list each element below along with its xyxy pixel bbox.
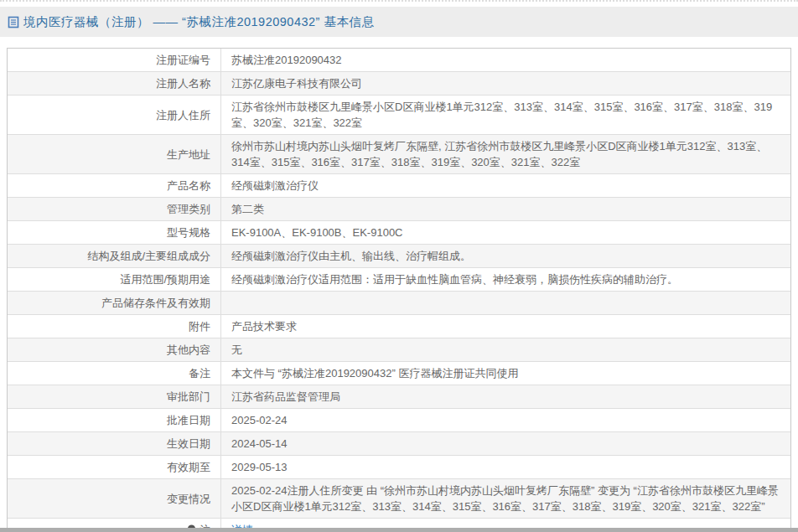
row-value-text: 江苏省徐州市鼓楼区九里峰景小区D区商业楼1单元312室、313室、314室、31… <box>231 99 780 131</box>
top-dotted-strip <box>0 0 798 7</box>
row-label: 批准日期 <box>8 409 221 431</box>
row-value-text: 2025-02-24 <box>231 412 288 428</box>
row-label-text: 生产地址 <box>167 147 210 163</box>
table-row: 注册证编号苏械注准20192090432 <box>8 49 790 72</box>
row-value-text: 经颅磁刺激治疗仪适用范围：适用于缺血性脑血管病、神经衰弱，脑损伤性疾病的辅助治疗… <box>231 271 678 287</box>
table-row: 适用范围/预期用途经颅磁刺激治疗仪适用范围：适用于缺血性脑血管病、神经衰弱，脑损… <box>8 268 790 292</box>
row-value-text: EK-9100A、EK-9100B、EK-9100C <box>231 225 403 240</box>
row-value-text: 无 <box>231 342 242 358</box>
row-value: EK-9100A、EK-9100B、EK-9100C <box>221 221 790 244</box>
row-label: 产品名称 <box>8 174 221 197</box>
table-row: 注册人住所江苏省徐州市鼓楼区九里峰景小区D区商业楼1单元312室、313室、31… <box>8 96 790 135</box>
row-label: 管理类别 <box>8 198 221 220</box>
row-label-text: 结构及组成/主要组成成分 <box>87 248 210 264</box>
row-label-text: 其他内容 <box>167 342 210 358</box>
table-row: 有效期至2029-05-13 <box>8 456 790 479</box>
row-label: 注册人住所 <box>8 96 221 134</box>
row-label: 产品储存条件及有效期 <box>8 292 221 314</box>
row-label: 备注 <box>8 362 221 385</box>
table-row: 批准日期2025-02-24 <box>8 409 790 432</box>
title-bar: 境内医疗器械（注册） —— “苏械注准20192090432” 基本信息 <box>0 7 798 37</box>
row-label: 型号规格 <box>8 221 221 244</box>
title-table-gap <box>0 37 798 48</box>
table-row: 注册人名称江苏亿康电子科技有限公司 <box>8 72 790 96</box>
row-label-text: 变更情况 <box>167 491 210 507</box>
row-value-text: 经颅磁刺激治疗仪 <box>231 178 319 194</box>
row-value: 江苏亿康电子科技有限公司 <box>221 72 790 95</box>
row-value-text: 经颅磁刺激治疗仪由主机、输出线、治疗帽组成。 <box>231 248 471 264</box>
registration-info-table: 注册证编号苏械注准20192090432注册人名称江苏亿康电子科技有限公司注册人… <box>7 48 791 532</box>
page-title: 境内医疗器械（注册） —— “苏械注准20192090432” 基本信息 <box>23 14 374 30</box>
row-value: 2025-02-24注册人住所变更 由 “徐州市苏山村境内苏山头烟叶复烤厂东隔壁… <box>221 479 790 518</box>
row-value: 经颅磁刺激治疗仪 <box>221 174 790 197</box>
row-value: 经颅磁刺激治疗仪由主机、输出线、治疗帽组成。 <box>221 245 790 267</box>
row-label: 生效日期 <box>8 432 221 455</box>
table-row: 型号规格EK-9100A、EK-9100B、EK-9100C <box>8 221 790 245</box>
row-value: 产品技术要求 <box>221 315 790 338</box>
table-row: 管理类别第二类 <box>8 198 790 221</box>
row-label-text: 适用范围/预期用途 <box>120 271 210 287</box>
row-label-text: 生效日期 <box>167 436 210 452</box>
row-value: 2024-05-14 <box>221 432 790 455</box>
row-value <box>221 292 790 314</box>
row-label-text: 注册证编号 <box>156 52 210 68</box>
row-label: 适用范围/预期用途 <box>8 268 221 291</box>
table-row: 产品名称经颅磁刺激治疗仪 <box>8 174 790 198</box>
row-value: 2029-05-13 <box>221 456 790 478</box>
row-value: 本文件与 “苏械注准20192090432” 医疗器械注册证共同使用 <box>221 362 790 385</box>
row-value-text: 江苏亿康电子科技有限公司 <box>231 75 362 91</box>
row-value-text: 江苏省药品监督管理局 <box>231 389 340 405</box>
row-value-text: 产品技术要求 <box>231 318 297 334</box>
row-value: 无 <box>221 338 790 361</box>
row-label: 生产地址 <box>8 135 221 173</box>
row-label-text: 备注 <box>189 365 210 381</box>
row-value: 第二类 <box>221 198 790 220</box>
row-value-text: 2029-05-13 <box>231 459 288 475</box>
row-value: 江苏省徐州市鼓楼区九里峰景小区D区商业楼1单元312室、313室、314室、31… <box>221 96 790 134</box>
table-row: 结构及组成/主要组成成分经颅磁刺激治疗仪由主机、输出线、治疗帽组成。 <box>8 245 790 268</box>
table-row: 产品储存条件及有效期 <box>8 292 790 315</box>
row-label-text: 有效期至 <box>167 459 210 475</box>
row-value-text: 本文件与 “苏械注准20192090432” 医疗器械注册证共同使用 <box>231 365 518 381</box>
table-row: 变更情况2025-02-24注册人住所变更 由 “徐州市苏山村境内苏山头烟叶复烤… <box>8 479 790 519</box>
row-label-text: 产品储存条件及有效期 <box>101 295 210 311</box>
table-row: 生产地址徐州市苏山村境内苏山头烟叶复烤厂东隔壁, 江苏省徐州市鼓楼区九里峰景小区… <box>8 135 790 174</box>
row-value: 江苏省药品监督管理局 <box>221 385 790 408</box>
row-value-text: 第二类 <box>231 201 264 217</box>
row-label-text: 批准日期 <box>167 412 210 428</box>
row-label-text: 型号规格 <box>167 225 210 240</box>
row-value-text: 2024-05-14 <box>231 436 288 452</box>
row-value: 2025-02-24 <box>221 409 790 431</box>
row-value: 徐州市苏山村境内苏山头烟叶复烤厂东隔壁, 江苏省徐州市鼓楼区九里峰景小区D区商业… <box>221 135 790 173</box>
footer-strip <box>0 528 798 532</box>
row-value: 苏械注准20192090432 <box>221 49 790 71</box>
table-row: 附件产品技术要求 <box>8 315 790 338</box>
table-row: 备注本文件与 “苏械注准20192090432” 医疗器械注册证共同使用 <box>8 362 790 385</box>
row-label: 注册人名称 <box>8 72 221 95</box>
row-label-text: 注册人名称 <box>156 75 210 91</box>
row-label-text: 审批部门 <box>167 389 210 405</box>
row-label-text: 管理类别 <box>167 201 210 217</box>
row-label: 有效期至 <box>8 456 221 478</box>
row-label: 结构及组成/主要组成成分 <box>8 245 221 267</box>
row-label-text: 附件 <box>189 318 210 334</box>
row-value-text: 2025-02-24注册人住所变更 由 “徐州市苏山村境内苏山头烟叶复烤厂东隔壁… <box>231 483 780 514</box>
row-label: 附件 <box>8 315 221 338</box>
document-icon <box>8 16 19 28</box>
row-label-text: 注册人住所 <box>156 107 210 123</box>
row-value: 经颅磁刺激治疗仪适用范围：适用于缺血性脑血管病、神经衰弱，脑损伤性疾病的辅助治疗… <box>221 268 790 291</box>
row-label: 注册证编号 <box>8 49 221 71</box>
row-label-text: 产品名称 <box>167 178 210 194</box>
row-label: 审批部门 <box>8 385 221 408</box>
table-row: 审批部门江苏省药品监督管理局 <box>8 385 790 409</box>
table-row: 其他内容无 <box>8 338 790 362</box>
row-value-text: 徐州市苏山村境内苏山头烟叶复烤厂东隔壁, 江苏省徐州市鼓楼区九里峰景小区D区商业… <box>231 138 780 170</box>
row-value-text: 苏械注准20192090432 <box>231 52 342 68</box>
row-label: 变更情况 <box>8 479 221 518</box>
table-row: 生效日期2024-05-14 <box>8 432 790 456</box>
row-label: 其他内容 <box>8 338 221 361</box>
